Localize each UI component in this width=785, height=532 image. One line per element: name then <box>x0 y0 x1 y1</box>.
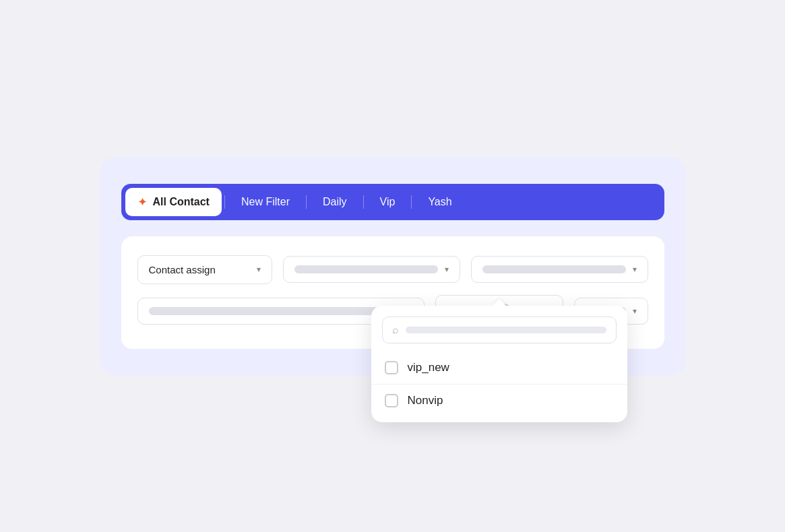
search-input-bar <box>406 327 606 333</box>
filter-row-2: ▾ Select tag 1 ▾ ⌕ <box>137 295 648 327</box>
tab-all-contact-label: All Contact <box>153 196 210 208</box>
popup-arrow <box>493 299 506 306</box>
filter-row1-dropdown3[interactable]: ▾ <box>471 256 648 283</box>
tag-search-box[interactable]: ⌕ <box>382 317 617 343</box>
tab-vip[interactable]: Vip <box>367 189 409 215</box>
tab-divider-3 <box>363 195 364 209</box>
option-nonvip[interactable]: Nonvip <box>371 384 627 417</box>
tab-bar: ✦ All Contact New Filter Daily Vip Yash <box>121 184 664 220</box>
search-icon: ⌕ <box>392 324 399 336</box>
filter-row2-dropdown1-empty <box>149 307 402 315</box>
filter-row2-dropdown3-chevron: ▾ <box>633 306 637 316</box>
contact-assign-chevron: ▾ <box>257 265 261 274</box>
filter-row1-dropdown2-empty <box>294 265 438 273</box>
option-nonvip-label: Nonvip <box>408 394 443 407</box>
filter-row-1: Contact assign ▾ ▾ ▾ <box>137 255 648 284</box>
contact-assign-label: Contact assign <box>149 264 216 275</box>
tab-divider-2 <box>306 195 307 209</box>
filter-card: Contact assign ▾ ▾ ▾ ▾ Select <box>121 236 664 349</box>
filter-row1-dropdown3-chevron: ▾ <box>633 265 637 274</box>
outer-card: ✦ All Contact New Filter Daily Vip Yash … <box>100 157 686 376</box>
option-vip-new[interactable]: vip_new <box>371 352 627 384</box>
tab-divider-1 <box>224 195 225 209</box>
tab-all-contact[interactable]: ✦ All Contact <box>125 188 222 216</box>
checkbox-vip-new[interactable] <box>385 361 398 374</box>
checkbox-nonvip[interactable] <box>385 394 398 407</box>
tab-new-filter[interactable]: New Filter <box>228 189 303 215</box>
filter-row1-dropdown2-chevron: ▾ <box>445 265 449 274</box>
tab-daily[interactable]: Daily <box>309 189 360 215</box>
contact-assign-dropdown[interactable]: Contact assign ▾ <box>137 255 272 284</box>
filter-row1-dropdown3-empty <box>482 265 626 273</box>
option-vip-new-label: vip_new <box>408 361 449 374</box>
tab-yash[interactable]: Yash <box>414 189 465 215</box>
filter-row1-dropdown2[interactable]: ▾ <box>283 256 460 283</box>
select-tag-popup: ⌕ vip_new Nonvip <box>371 306 627 422</box>
star-icon: ✦ <box>137 195 148 209</box>
select-tag-wrapper: Select tag 1 ▾ ⌕ vip_new <box>435 295 563 327</box>
tab-divider-4 <box>411 195 412 209</box>
